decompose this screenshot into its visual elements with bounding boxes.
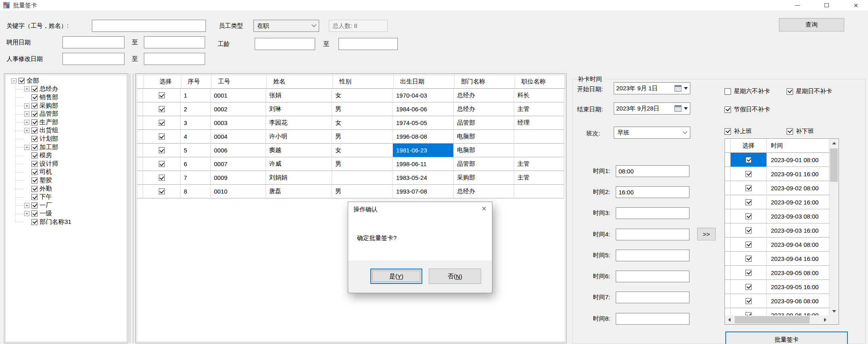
hire-date-from-input[interactable] [62, 36, 125, 48]
tree-checkbox[interactable] [31, 177, 37, 183]
tree-item[interactable]: + 采购部 [6, 102, 126, 110]
row-checkbox[interactable] [159, 161, 165, 167]
tree-checkbox[interactable] [31, 127, 37, 133]
scroll-down-icon[interactable] [829, 307, 839, 315]
time-value-cell[interactable]: 2023-09-05 08:00 [767, 266, 829, 280]
row-checkbox[interactable] [159, 175, 165, 181]
time-select-cell[interactable] [731, 294, 767, 308]
tree-checkbox[interactable] [31, 219, 37, 225]
row-select-cell[interactable] [143, 89, 181, 102]
time-value-cell[interactable]: 2023-09-04 08:00 [767, 238, 829, 252]
time-select-cell[interactable] [731, 209, 767, 223]
cell-gender[interactable]: 女 [332, 144, 393, 157]
cell-position[interactable]: 科长 [514, 89, 564, 102]
time-row-header[interactable] [725, 167, 731, 181]
cell-gender[interactable]: 男 [332, 130, 393, 144]
row-header-cell[interactable] [137, 130, 143, 144]
cell-birth-date[interactable]: 1981-06-23 [393, 144, 454, 157]
cell-position[interactable]: 主管 [514, 102, 564, 116]
time-checkbox[interactable] [745, 242, 752, 248]
time1-input[interactable] [616, 165, 689, 177]
sunday-no-sign-checkbox[interactable]: 星期日不补卡 [787, 88, 832, 95]
cell-department[interactable]: 总经办 [454, 185, 514, 198]
employee-type-select[interactable]: 在职 [253, 20, 319, 32]
tree-item[interactable]: + 总经办 [6, 85, 126, 94]
cell-position[interactable] [514, 130, 564, 144]
cell-name[interactable]: 窦越 [266, 144, 332, 157]
tree-item[interactable]: 计划部 [6, 135, 126, 143]
time-row-header[interactable] [725, 294, 731, 308]
row-checkbox[interactable] [159, 133, 165, 140]
time-checkbox[interactable] [745, 284, 752, 290]
column-header[interactable]: 性别 [333, 75, 394, 89]
tree-item[interactable]: 设计师 [6, 160, 126, 168]
column-header[interactable]: 姓名 [267, 75, 333, 89]
row-checkbox[interactable] [159, 147, 165, 153]
time-select-cell[interactable] [731, 153, 767, 167]
scroll-right-icon[interactable] [821, 315, 829, 324]
tree-expander-icon[interactable]: + [24, 120, 29, 125]
tree-checkbox[interactable] [31, 194, 37, 200]
time-checkbox[interactable] [745, 298, 752, 304]
cell-emp-no[interactable]: 0002 [211, 102, 266, 116]
cell-name[interactable]: 许威 [266, 157, 332, 171]
time-select-cell[interactable] [731, 181, 767, 195]
tree-expander-icon[interactable]: + [24, 145, 29, 150]
row-header-cell[interactable] [137, 171, 143, 185]
time-checkbox[interactable] [745, 213, 752, 219]
cell-birth-date[interactable]: 1996-08-08 [393, 130, 454, 144]
scroll-left-icon[interactable] [725, 315, 733, 324]
tree-checkbox[interactable] [31, 94, 37, 100]
cell-seq[interactable]: 3 [181, 116, 211, 130]
cell-emp-no[interactable]: 0006 [211, 144, 266, 157]
time-value-cell[interactable]: 2023-09-04 16:00 [767, 252, 829, 266]
sign-on-duty-checkbox[interactable]: 补上班 [725, 127, 752, 135]
saturday-no-sign-checkbox[interactable]: 星期六不补卡 [725, 88, 770, 95]
search-button[interactable]: 查询 [779, 18, 844, 31]
cell-name[interactable]: 刘琳 [266, 102, 332, 116]
row-select-cell[interactable] [143, 102, 181, 116]
time-value-cell[interactable]: 2023-09-03 16:00 [767, 223, 829, 238]
panel-splitter[interactable] [130, 73, 133, 343]
column-header[interactable]: 职位名称 [515, 75, 565, 89]
time-select-cell[interactable] [731, 238, 767, 252]
start-date-picker[interactable]: 2023年 9月 1日 [614, 82, 690, 94]
tree-expander-icon[interactable]: + [24, 211, 29, 216]
time-row-header[interactable] [725, 238, 731, 252]
cell-birth-date[interactable]: 1984-06-06 [393, 102, 454, 116]
row-select-cell[interactable] [143, 157, 181, 171]
keyword-input[interactable] [92, 20, 206, 32]
tree-item[interactable]: − 全部 [6, 77, 126, 85]
cell-name[interactable]: 许小明 [266, 130, 332, 144]
checkbox[interactable] [725, 106, 731, 113]
time4-input[interactable] [616, 229, 689, 240]
row-header-cell[interactable] [137, 157, 143, 171]
row-select-cell[interactable] [143, 116, 181, 130]
time-row-header[interactable] [725, 252, 731, 266]
tree-checkbox[interactable] [31, 111, 37, 117]
cell-birth-date[interactable]: 1983-05-24 [393, 171, 454, 185]
tree-checkbox[interactable] [31, 211, 37, 217]
transfer-times-button[interactable]: >> [697, 228, 716, 240]
column-header[interactable]: 出生日期 [394, 75, 455, 89]
cell-department[interactable]: 电脑部 [454, 144, 514, 157]
checkbox[interactable] [725, 128, 731, 135]
cell-emp-no[interactable]: 0004 [211, 130, 266, 144]
tree-checkbox[interactable] [31, 119, 37, 125]
tree-item[interactable]: + 一级 [6, 210, 126, 218]
close-button[interactable]: ✕ [847, 0, 865, 10]
row-checkbox[interactable] [159, 106, 165, 112]
row-checkbox[interactable] [159, 92, 165, 98]
row-header-cell[interactable] [137, 144, 143, 157]
tree-item[interactable]: 下午 [6, 193, 126, 201]
time2-input[interactable] [616, 186, 689, 198]
row-header-cell[interactable] [137, 89, 143, 102]
time-row-header[interactable] [725, 266, 731, 280]
cell-department[interactable]: 采购部 [454, 171, 514, 185]
time7-input[interactable] [616, 292, 689, 303]
tree-item[interactable]: 司机 [6, 168, 126, 177]
tree-item[interactable]: + 生产部 [6, 118, 126, 127]
time-row-header[interactable] [725, 223, 731, 238]
cell-emp-no[interactable]: 0010 [211, 185, 266, 198]
tree-checkbox[interactable] [31, 161, 37, 167]
